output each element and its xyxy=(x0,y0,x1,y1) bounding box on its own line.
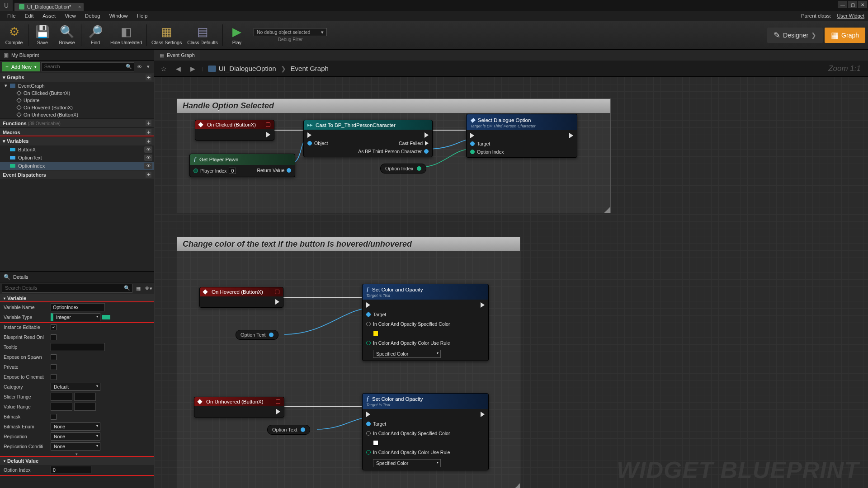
browse-button[interactable]: 🔍Browse xyxy=(55,22,79,49)
tooltip-input[interactable] xyxy=(51,343,105,351)
bitmask-checkbox[interactable] xyxy=(51,414,57,420)
var-out-pin[interactable] xyxy=(417,166,421,171)
exec-out-pin[interactable] xyxy=(276,409,280,414)
view-options-button[interactable]: 👁 xyxy=(135,63,143,71)
exec-out-pin[interactable] xyxy=(481,412,485,417)
rule-pin[interactable]: In Color And Opacity Color Use Rule xyxy=(366,450,450,455)
minimize-button[interactable]: — xyxy=(838,1,847,8)
node-on-hovered[interactable]: On Hovered (ButtonX) xyxy=(199,287,283,308)
category-macros[interactable]: Macros＋ xyxy=(0,127,154,136)
add-macro-button[interactable]: ＋ xyxy=(146,129,151,135)
cinematics-checkbox[interactable] xyxy=(51,374,57,380)
menu-asset[interactable]: Asset xyxy=(38,13,60,19)
category-dispatchers[interactable]: Event Dispatchers＋ xyxy=(0,170,154,179)
document-tab[interactable]: UI_DialogueOption* × xyxy=(14,3,84,11)
details-search[interactable]: Search Details🔍 xyxy=(2,284,132,293)
event-item[interactable]: On Clicked (ButtonX) xyxy=(0,89,154,97)
instance-editable-checkbox[interactable]: ✓ xyxy=(51,324,57,330)
menu-view[interactable]: View xyxy=(60,13,80,19)
event-graph-tab[interactable]: ▦Event Graph xyxy=(154,50,200,61)
container-type-button[interactable] xyxy=(102,315,110,319)
event-item[interactable]: On Hovered (ButtonX) xyxy=(0,104,154,111)
slider-min-input[interactable] xyxy=(51,393,72,401)
target-pin[interactable]: Target xyxy=(366,421,450,427)
return-value-pin[interactable]: Return Value xyxy=(257,168,291,173)
category-default-value[interactable]: Default Value xyxy=(0,457,154,465)
menu-debug[interactable]: Debug xyxy=(80,13,105,19)
player-index-pin[interactable]: Player Index 0 xyxy=(193,168,236,174)
category-combo[interactable]: Default xyxy=(51,383,100,391)
eventgraph-item[interactable]: ▾EventGraph xyxy=(0,82,154,89)
var-out-pin[interactable] xyxy=(269,333,274,337)
var-out-pin[interactable] xyxy=(301,427,305,432)
variable-type-combo[interactable]: Integer xyxy=(51,313,100,321)
value-max-input[interactable] xyxy=(74,403,96,411)
rule-combo[interactable]: Specified Color xyxy=(373,350,441,358)
default-value-input[interactable] xyxy=(51,466,91,474)
details-tab[interactable]: 🔍Details xyxy=(0,272,154,282)
node-option-text-var[interactable]: Option Text xyxy=(267,425,310,435)
value-min-input[interactable] xyxy=(51,403,72,411)
target-pin[interactable]: Target xyxy=(470,141,504,146)
exec-out-pin[interactable] xyxy=(275,299,279,305)
node-option-text-var[interactable]: Option Text xyxy=(236,330,278,340)
menu-help[interactable]: Help xyxy=(132,13,152,19)
parent-class-link[interactable]: User Widget xyxy=(837,13,864,19)
hide-unrelated-button[interactable]: ◧Hide Unrelated xyxy=(108,22,145,49)
breadcrumb-graph[interactable]: Event Graph xyxy=(291,65,329,72)
view-dropdown-icon[interactable]: ▾ xyxy=(144,63,152,71)
option-index-pin[interactable]: Option Index xyxy=(470,149,504,155)
color-swatch[interactable] xyxy=(373,331,378,336)
node-select-dialogue[interactable]: ◆Select Dialogue OptionTarget is BP Thir… xyxy=(466,114,577,158)
delegate-pin[interactable] xyxy=(275,290,279,294)
variable-item[interactable]: ButtonX👁 xyxy=(0,145,154,154)
resize-handle[interactable] xyxy=(604,206,610,213)
exec-out-pin[interactable] xyxy=(266,132,270,137)
add-variable-button[interactable]: ＋ xyxy=(146,138,151,144)
variable-name-input[interactable] xyxy=(51,303,105,311)
property-matrix-button[interactable]: ▦ xyxy=(134,284,142,292)
bitmask-enum-combo[interactable]: None xyxy=(51,422,100,431)
save-button[interactable]: 💾Save xyxy=(30,22,55,49)
add-function-button[interactable]: ＋ xyxy=(146,120,151,126)
exec-in-pin[interactable] xyxy=(470,133,504,138)
variable-item-selected[interactable]: OptionIndex👁 xyxy=(0,162,154,170)
slider-max-input[interactable] xyxy=(74,393,96,401)
graph-mode-button[interactable]: ▦Graph xyxy=(825,28,865,43)
exec-in-pin[interactable] xyxy=(307,132,328,138)
expose-spawn-checkbox[interactable] xyxy=(51,354,57,360)
resize-handle[interactable] xyxy=(514,483,520,488)
rule-combo[interactable]: Specified Color xyxy=(373,459,441,467)
exec-out-pin[interactable] xyxy=(481,302,485,308)
menu-edit[interactable]: Edit xyxy=(20,13,38,19)
replication-combo[interactable]: None xyxy=(51,432,100,441)
debug-object-combo[interactable]: No debug object selected xyxy=(254,28,327,36)
class-defaults-button[interactable]: ▤Class Defaults xyxy=(184,22,221,49)
category-graphs[interactable]: ▾ Graphs＋ xyxy=(0,73,154,82)
menu-window[interactable]: Window xyxy=(105,13,132,19)
visibility-toggle[interactable]: 👁 xyxy=(144,146,152,153)
node-set-color-1[interactable]: ƒSet Color and OpacityTarget is Text Tar… xyxy=(362,284,489,361)
designer-mode-button[interactable]: ✎Designer❯ xyxy=(767,28,823,43)
object-pin[interactable]: Object xyxy=(307,141,328,146)
comment-title[interactable]: Change color of the text if the button i… xyxy=(177,237,520,251)
as-character-pin[interactable]: As BP Third Person Character xyxy=(358,149,429,154)
breadcrumb-blueprint[interactable]: UI_DialogueOption xyxy=(208,65,276,72)
delegate-pin[interactable] xyxy=(266,122,270,127)
category-variables[interactable]: ▾ Variables＋ xyxy=(0,136,154,145)
node-option-index-var[interactable]: Option Index xyxy=(380,164,426,174)
color-swatch[interactable] xyxy=(373,440,378,446)
menu-file[interactable]: File xyxy=(3,13,20,19)
node-get-player-pawn[interactable]: ƒGet Player Pawn Player Index 0 Return V… xyxy=(189,154,295,177)
add-dispatcher-button[interactable]: ＋ xyxy=(146,172,151,178)
private-checkbox[interactable] xyxy=(51,364,57,370)
cast-failed-pin[interactable]: Cast Failed xyxy=(358,141,429,146)
find-button[interactable]: 🔎Find xyxy=(83,22,108,49)
view-options-button[interactable]: 👁▾ xyxy=(144,284,152,292)
my-blueprint-tab[interactable]: ▣My Blueprint xyxy=(0,50,154,61)
node-on-unhovered[interactable]: On Unhovered (ButtonX) xyxy=(194,397,284,418)
favorite-button[interactable]: ☆ xyxy=(159,64,169,74)
category-functions[interactable]: Functions (39 Overridable)＋ xyxy=(0,118,154,127)
color-pin[interactable]: In Color And Opacity Specified Color xyxy=(366,431,450,436)
add-graph-button[interactable]: ＋ xyxy=(146,75,151,80)
